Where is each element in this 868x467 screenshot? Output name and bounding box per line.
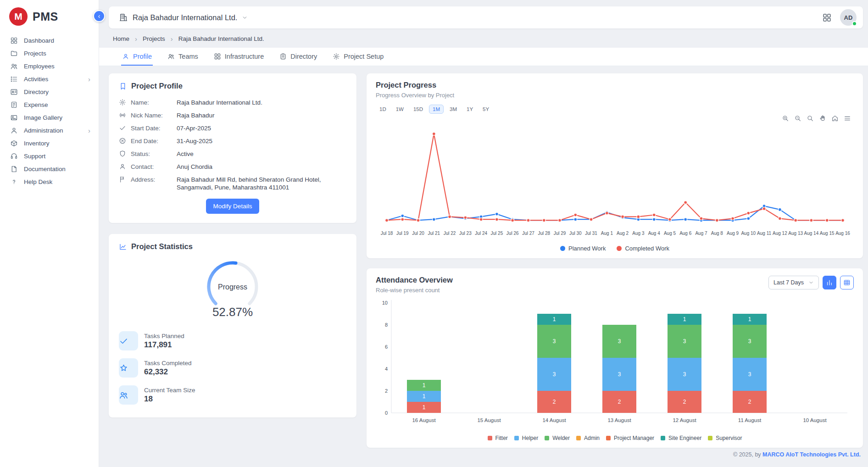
svg-text:Aug 6: Aug 6	[679, 231, 692, 236]
field-value: 31-Aug-2025	[177, 137, 346, 145]
profile-field-contact-: Contact:Anuj Chordia	[119, 163, 346, 171]
legend-item-admin[interactable]: Admin	[576, 435, 600, 441]
sidebar-item-help-desk[interactable]: Help Desk	[0, 175, 99, 188]
pan-icon[interactable]	[819, 115, 826, 122]
svg-text:Jul 22: Jul 22	[444, 231, 456, 236]
expense-icon	[10, 101, 18, 109]
card-subtitle: Progress Overview by Project	[376, 92, 854, 99]
right-column: Project Progress Progress Overview by Pr…	[367, 73, 863, 448]
card-title-row: Project Statistics	[119, 242, 346, 251]
sidebar-item-label: Dashboard	[24, 37, 54, 44]
range-15d-button[interactable]: 15D	[410, 105, 427, 114]
sidebar-item-administration[interactable]: Administration›	[0, 124, 99, 137]
svg-text:3: 3	[618, 338, 621, 345]
help-desk-icon	[10, 178, 18, 186]
date-range-select[interactable]: Last 7 Days	[768, 276, 819, 289]
flag-icon	[119, 176, 126, 183]
svg-text:3: 3	[553, 371, 556, 378]
breadcrumb-item-raja-bahadur-international-ltd-: Raja Bahadur International Ltd.	[178, 35, 264, 42]
range-1d-button[interactable]: 1D	[376, 105, 390, 114]
sidebar-item-support[interactable]: Support	[0, 150, 99, 162]
tab-profile[interactable]: Profile	[121, 48, 153, 66]
sidebar-item-expense[interactable]: Expense	[0, 98, 99, 111]
field-value: Raja Bahadur Mill Rd, behind Sheraton Gr…	[177, 176, 346, 191]
svg-text:1: 1	[423, 393, 426, 400]
breadcrumb-item-projects[interactable]: Projects	[143, 35, 165, 42]
tab-project-setup[interactable]: Project Setup	[332, 48, 384, 66]
tab-teams[interactable]: Teams	[167, 48, 199, 66]
svg-text:Jul 31: Jul 31	[585, 231, 597, 236]
tab-infrastructure[interactable]: Infrastructure	[213, 48, 265, 66]
left-column: Project Profile Name:Raja Bahadur Intern…	[109, 73, 356, 448]
sidebar-item-employees[interactable]: Employees	[0, 60, 99, 72]
sidebar-item-image-gallery[interactable]: Image Gallery	[0, 111, 99, 124]
app-name: PMS	[33, 10, 58, 23]
main-area: Raja Bahadur International Ltd. AD Home›…	[99, 6, 868, 467]
support-icon	[10, 152, 18, 160]
sidebar-item-label: Help Desk	[24, 178, 52, 185]
chart-view-button[interactable]	[823, 276, 836, 289]
field-label: Nick Name:	[131, 111, 172, 119]
sidebar-item-projects[interactable]: Projects	[0, 47, 99, 60]
zoom-in-icon[interactable]	[782, 115, 789, 122]
field-value: Raja Bahadur	[177, 111, 346, 119]
svg-text:Progress: Progress	[218, 283, 247, 291]
tab-directory[interactable]: Directory	[278, 48, 318, 66]
sidebar-item-directory[interactable]: Directory	[0, 85, 99, 98]
star-icon	[119, 358, 138, 378]
sidebar-item-activities[interactable]: Activities›	[0, 72, 99, 85]
legend-item-site-engineer[interactable]: Site Engineer	[661, 435, 701, 441]
sidebar-item-inventory[interactable]: Inventory	[0, 137, 99, 150]
range-5y-button[interactable]: 5Y	[479, 105, 493, 114]
legend-item-fitter[interactable]: Fitter	[488, 435, 508, 441]
table-view-button[interactable]	[840, 276, 854, 289]
svg-text:0: 0	[385, 410, 388, 416]
apps-grid-icon[interactable]	[822, 13, 832, 22]
svg-text:Jul 21: Jul 21	[428, 231, 440, 236]
progress-gauge-wrap: Progress 52.87%	[119, 259, 346, 319]
svg-text:11 August: 11 August	[738, 417, 762, 423]
svg-text:4: 4	[385, 366, 388, 372]
field-label: Address:	[131, 176, 172, 183]
gear-icon	[333, 53, 340, 60]
range-1w-button[interactable]: 1W	[392, 105, 407, 114]
footer-text: © 2025, by	[733, 451, 761, 458]
tab-label: Directory	[290, 53, 317, 60]
legend-item-welder[interactable]: Welder	[545, 435, 570, 441]
legend-item-planned-work[interactable]: Planned Work	[560, 245, 606, 252]
stat-value: 18	[144, 395, 195, 404]
selection-zoom-icon[interactable]	[807, 115, 814, 122]
company-selector[interactable]: Raja Bahadur International Ltd.	[119, 13, 248, 22]
svg-text:Aug 14: Aug 14	[804, 231, 819, 236]
building-icon	[119, 13, 128, 22]
profile-field-end-date-: End Date:31-Aug-2025	[119, 137, 346, 145]
sidebar-item-documentation[interactable]: Documentation	[0, 162, 99, 175]
zoom-out-icon[interactable]	[794, 115, 801, 122]
online-status-dot	[852, 21, 857, 26]
svg-text:12 August: 12 August	[673, 417, 696, 423]
footer-link[interactable]: MARCO AIoT Technologies Pvt. Ltd.	[762, 451, 861, 458]
tab-bar: ProfileTeamsInfrastructureDirectoryProje…	[99, 48, 868, 66]
grid-icon	[214, 53, 221, 60]
field-value: Raja Bahadur International Ltd.	[177, 99, 346, 106]
svg-text:Jul 24: Jul 24	[475, 231, 487, 236]
sidebar-collapse-button[interactable]: ‹	[93, 10, 105, 22]
legend-item-helper[interactable]: Helper	[514, 435, 538, 441]
svg-text:Jul 19: Jul 19	[396, 231, 409, 236]
legend-item-supervisor[interactable]: Supervisor	[708, 435, 742, 441]
range-3m-button[interactable]: 3M	[446, 105, 461, 114]
legend-item-completed-work[interactable]: Completed Work	[617, 245, 669, 252]
legend-item-project-manager[interactable]: Project Manager	[606, 435, 654, 441]
modify-details-button[interactable]: Modify Details	[206, 199, 260, 214]
home-icon[interactable]	[831, 115, 839, 122]
sidebar: M PMS DashboardProjectsEmployeesActiviti…	[0, 0, 99, 467]
menu-icon[interactable]	[844, 115, 851, 122]
range-1y-button[interactable]: 1Y	[463, 105, 477, 114]
range-1m-button[interactable]: 1M	[429, 105, 444, 114]
stat-row-current-team-size: Current Team Size18	[119, 385, 346, 405]
card-title: Project Statistics	[131, 242, 193, 251]
employees-icon	[10, 62, 18, 70]
sidebar-item-dashboard[interactable]: Dashboard	[0, 34, 99, 47]
breadcrumb-item-home[interactable]: Home	[113, 35, 129, 42]
user-avatar[interactable]: AD	[840, 9, 857, 26]
